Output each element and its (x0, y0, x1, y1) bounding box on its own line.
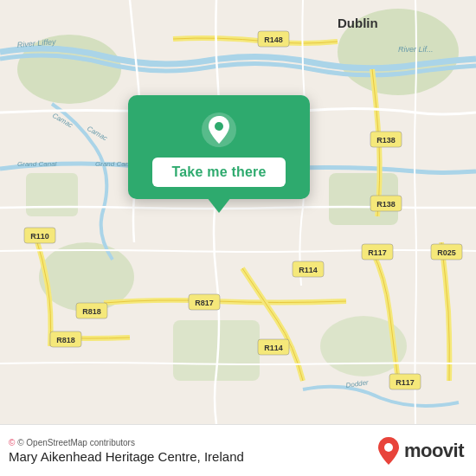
popup-card: Take me there (128, 95, 310, 199)
location-name: Mary Aikenhead Heritage Centre, Ireland (9, 449, 244, 464)
svg-text:R818: R818 (82, 307, 101, 316)
svg-text:R148: R148 (264, 35, 283, 44)
svg-text:Grand Canal: Grand Canal (17, 160, 57, 168)
svg-text:R818: R818 (56, 336, 75, 344)
take-me-there-button[interactable]: Take me there (152, 158, 285, 187)
svg-text:Dublin: Dublin (338, 16, 378, 30)
svg-rect-7 (26, 173, 78, 216)
svg-text:R110: R110 (30, 232, 49, 241)
svg-text:R114: R114 (299, 266, 318, 274)
osm-attribution: © © OpenStreetMap contributors (9, 438, 244, 447)
moovit-brand-text: moovit (404, 440, 464, 462)
svg-text:R114: R114 (264, 344, 283, 352)
svg-text:R025: R025 (437, 248, 456, 257)
bottom-bar: © © OpenStreetMap contributors Mary Aike… (0, 424, 476, 476)
svg-text:R817: R817 (195, 299, 214, 307)
svg-text:R117: R117 (368, 248, 387, 257)
svg-text:R117: R117 (396, 378, 415, 387)
moovit-pin-icon (376, 436, 401, 466)
osm-credit-text: © OpenStreetMap contributors (17, 438, 135, 447)
svg-text:R138: R138 (376, 136, 396, 145)
bottom-left-info: © © OpenStreetMap contributors Mary Aike… (9, 438, 244, 464)
map-area[interactable]: R148 R138 R138 R110 R817 R114 R114 R818 … (0, 0, 476, 424)
svg-point-42 (384, 443, 393, 452)
svg-text:River Lif...: River Lif... (398, 45, 434, 54)
location-pin-icon (200, 111, 238, 149)
svg-text:R138: R138 (376, 200, 396, 209)
moovit-logo: moovit (376, 436, 464, 466)
svg-point-41 (215, 122, 223, 131)
